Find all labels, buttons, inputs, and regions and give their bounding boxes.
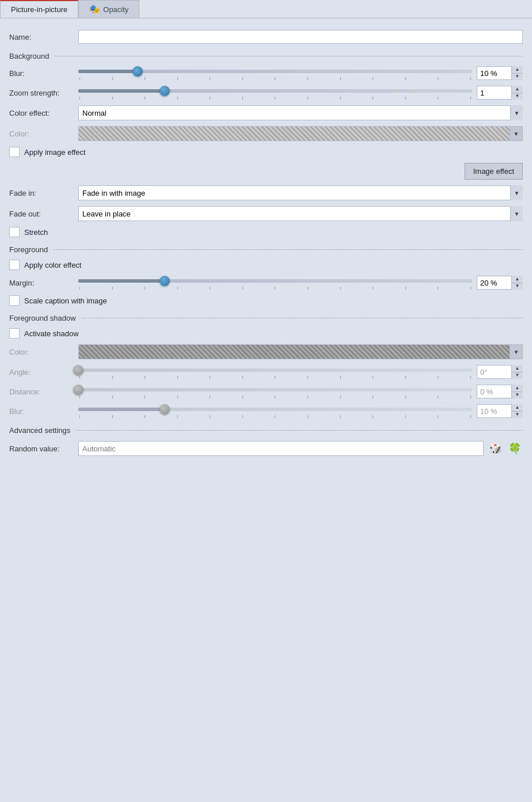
random-row-content: 🎲 🍀 [78,440,523,457]
apply-color-effect-row: Apply color effect [9,260,523,270]
blur-spinner[interactable]: ▲ ▼ [477,66,523,80]
random-label: Random value: [9,444,78,453]
blur-down[interactable]: ▼ [512,74,523,81]
foreground-section-header: Foreground [9,245,523,254]
advanced-section-header: Advanced settings [9,426,523,435]
tab-opacity-label: Opacity [103,5,128,14]
shadow-angle-down[interactable]: ▼ [512,373,523,379]
name-label: Name: [9,33,78,41]
image-effect-button[interactable]: Image effect [465,163,523,180]
activate-shadow-label: Activate shadow [24,329,79,338]
shadow-color-label: Color: [9,348,78,356]
random-input[interactable] [78,441,484,456]
name-input[interactable] [78,30,523,44]
fade-out-select[interactable]: Leave in place None Fade out [78,206,523,221]
random-value-row: Random value: 🎲 🍀 [9,440,523,457]
shadow-angle-slider[interactable] [78,365,472,379]
margin-arrows: ▲ ▼ [511,276,523,290]
apply-color-effect-label: Apply color effect [24,261,81,269]
dice-icon[interactable]: 🎲 [487,440,503,457]
tab-bar: Picture-in-picture 🎭 Opacity [0,0,532,18]
color-label: Color: [9,130,78,138]
tab-picture-in-picture[interactable]: Picture-in-picture [0,0,78,18]
zoom-down[interactable]: ▼ [512,93,523,100]
scale-caption-checkbox[interactable] [9,295,20,306]
margin-row: Margin: ▲ [9,276,523,290]
shadow-blur-row: Blur: ▲ [9,404,523,418]
zoom-spinner[interactable]: ▲ ▼ [477,86,523,100]
margin-down[interactable]: ▼ [512,283,523,290]
stretch-row: Stretch [9,227,523,237]
zoom-row: Zoom strength: [9,86,523,100]
margin-slider[interactable] [78,276,472,290]
zoom-arrows: ▲ ▼ [511,86,523,100]
blur-row: Blur: ▲ [9,66,523,80]
fade-out-select-wrapper: Leave in place None Fade out ▼ [78,206,523,221]
activate-shadow-row: Activate shadow [9,328,523,339]
color-row: Color: ▼ [9,126,523,141]
color-effect-select-wrapper: Normal Grayscale Sepia Invert ▼ [78,105,523,120]
color-arrow[interactable]: ▼ [510,127,522,140]
shadow-color-picker[interactable]: ▼ [78,344,523,359]
blur-slider[interactable] [78,66,472,80]
shadow-angle-label: Angle: [9,368,78,377]
shadow-color-swatch [79,345,510,359]
scale-caption-label: Scale caption with image [24,297,107,305]
shadow-blur-down[interactable]: ▼ [512,412,523,419]
shadow-distance-arrows: ▲ ▼ [511,385,523,398]
image-effect-btn-row: Image effect [9,163,523,180]
name-row: Name: [9,30,523,44]
tab-opacity[interactable]: 🎭 Opacity [78,0,139,18]
shadow-angle-arrows: ▲ ▼ [511,365,523,379]
shadow-blur-spinner[interactable]: ▲ ▼ [477,404,523,418]
apply-image-effect-row: Apply image effect [9,147,523,157]
activate-shadow-checkbox[interactable] [9,328,20,339]
tab-pip-label: Picture-in-picture [11,5,67,14]
shadow-angle-spinner[interactable]: ▲ ▼ [477,365,523,379]
content-area: Name: Background Blur: [0,18,532,469]
color-effect-row: Color effect: Normal Grayscale Sepia Inv… [9,105,523,120]
apply-image-effect-checkbox[interactable] [9,147,20,157]
blur-arrows: ▲ ▼ [511,66,523,80]
shadow-distance-row: Distance: ▲ [9,385,523,398]
zoom-slider[interactable] [78,86,472,100]
apply-color-effect-checkbox[interactable] [9,260,20,270]
shadow-color-arrow[interactable]: ▼ [510,345,522,359]
margin-label: Margin: [9,279,78,287]
opacity-icon: 🎭 [89,4,100,14]
shadow-blur-arrows: ▲ ▼ [511,404,523,418]
color-effect-select[interactable]: Normal Grayscale Sepia Invert [78,105,523,120]
zoom-up[interactable]: ▲ [512,86,523,93]
fade-in-row: Fade in: Fade in with image None Fade in… [9,185,523,200]
shadow-color-row: Color: ▼ [9,344,523,359]
shadow-distance-spinner[interactable]: ▲ ▼ [477,385,523,398]
fade-in-select-wrapper: Fade in with image None Fade in ▼ [78,185,523,200]
color-swatch [79,127,510,140]
color-effect-label: Color effect: [9,109,78,117]
shadow-angle-up[interactable]: ▲ [512,365,523,373]
shadow-distance-up[interactable]: ▲ [512,385,523,392]
shadow-blur-up[interactable]: ▲ [512,404,523,412]
apply-image-effect-label: Apply image effect [24,148,86,157]
background-section-header: Background [9,52,523,60]
shadow-distance-down[interactable]: ▼ [512,392,523,399]
main-panel: Picture-in-picture 🎭 Opacity Name: Backg… [0,0,532,802]
margin-spinner[interactable]: ▲ ▼ [477,276,523,290]
shadow-angle-row: Angle: ▲ [9,365,523,379]
stretch-label: Stretch [24,228,48,237]
shadow-blur-slider[interactable] [78,404,472,418]
shadow-distance-slider[interactable] [78,385,472,398]
fade-in-label: Fade in: [9,189,78,197]
foreground-shadow-section-header: Foreground shadow [9,314,523,322]
margin-up[interactable]: ▲ [512,276,523,283]
zoom-label: Zoom strength: [9,89,78,97]
fade-out-label: Fade out: [9,210,78,218]
color-picker[interactable]: ▼ [78,126,523,141]
scale-caption-row: Scale caption with image [9,295,523,306]
shadow-distance-label: Distance: [9,387,78,396]
stretch-checkbox[interactable] [9,227,20,237]
blur-up[interactable]: ▲ [512,66,523,74]
fade-out-row: Fade out: Leave in place None Fade out ▼ [9,206,523,221]
clover-icon[interactable]: 🍀 [507,440,523,457]
fade-in-select[interactable]: Fade in with image None Fade in [78,185,523,200]
